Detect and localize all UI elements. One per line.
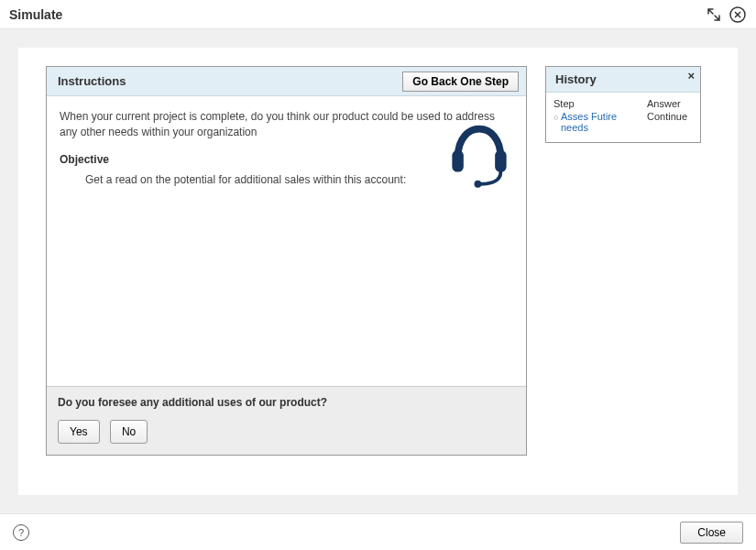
yes-button[interactable]: Yes [58, 420, 100, 444]
history-answer: Continue [647, 111, 693, 122]
help-icon[interactable]: ? [13, 524, 29, 541]
window-title: Simulate [9, 7, 62, 22]
svg-point-3 [475, 181, 482, 188]
question-text: Do you foresee any additional uses of ou… [58, 396, 515, 409]
history-col-answer: Answer [647, 98, 693, 109]
close-icon[interactable] [729, 6, 747, 24]
history-step-link[interactable]: Asses Futire needs [561, 111, 647, 133]
history-body: Step Answer ○ Asses Futire needs Continu… [546, 93, 700, 142]
history-column-headers: Step Answer [553, 98, 693, 109]
instructions-body: When your current project is complete, d… [47, 96, 526, 386]
bottombar: ? Close [0, 513, 756, 550]
instructions-footer: Do you foresee any additional uses of ou… [47, 386, 526, 455]
bullet-icon: ○ [553, 111, 561, 124]
expand-icon[interactable] [705, 6, 723, 24]
titlebar: Simulate [0, 0, 756, 29]
go-back-button[interactable]: Go Back One Step [402, 72, 519, 92]
svg-rect-1 [452, 150, 463, 171]
instructions-title: Instructions [58, 74, 126, 88]
history-panel: History × Step Answer ○ Asses Futire nee… [545, 66, 701, 143]
instructions-header: Instructions Go Back One Step [47, 67, 526, 96]
history-title: History [555, 72, 597, 86]
no-button[interactable]: No [110, 420, 148, 444]
history-close-icon[interactable]: × [687, 69, 695, 82]
simulate-window: Simulate Instructions Go Back One Step W… [0, 0, 756, 550]
svg-rect-2 [495, 150, 506, 171]
content-area: Instructions Go Back One Step When your … [0, 29, 756, 513]
headset-icon [444, 118, 515, 192]
history-row: ○ Asses Futire needs Continue [553, 111, 693, 133]
close-button[interactable]: Close [680, 522, 743, 544]
history-header: History × [546, 67, 700, 93]
card: Instructions Go Back One Step When your … [18, 48, 738, 495]
history-col-step: Step [553, 98, 647, 109]
instructions-panel: Instructions Go Back One Step When your … [46, 66, 527, 456]
